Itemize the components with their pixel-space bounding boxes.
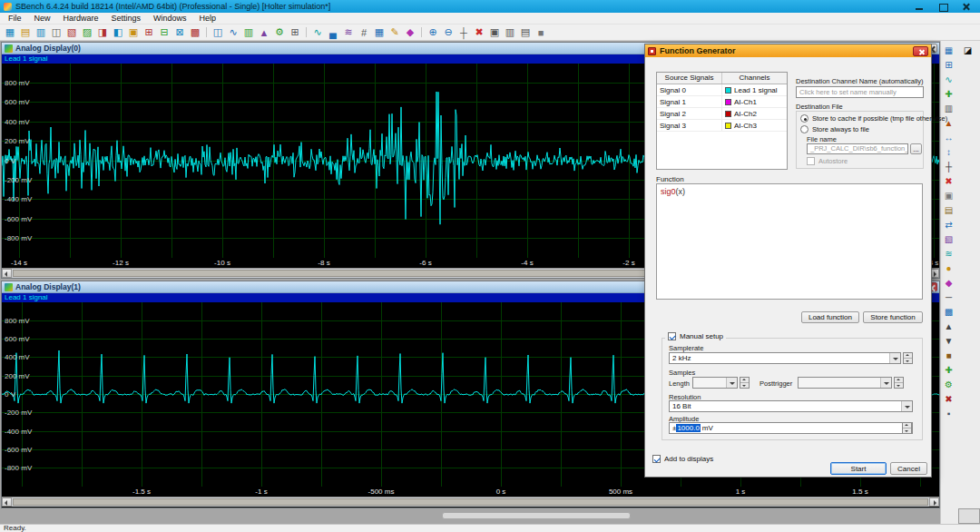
zoom-out-icon[interactable]: ⊖ [441, 25, 456, 39]
menu-item[interactable]: Settings [105, 13, 148, 25]
crosshair-icon[interactable]: ┼ [942, 160, 956, 172]
function-editor[interactable]: sig0(x) [656, 183, 923, 300]
menu-item[interactable]: File [2, 13, 28, 25]
gear-icon[interactable]: ⚙ [942, 378, 956, 390]
card-star-icon[interactable]: ▤ [18, 25, 33, 39]
store-function-button[interactable]: Store function [863, 311, 923, 323]
store-always-radio[interactable] [800, 125, 808, 133]
snapshot-icon[interactable]: ▣ [942, 189, 956, 202]
scroll-left-arrow[interactable] [2, 269, 12, 278]
scroll-down-icon[interactable]: ▼ [942, 334, 956, 347]
marker-icon[interactable]: ◆ [942, 276, 956, 289]
card-info-icon[interactable]: ▦ [3, 25, 17, 39]
settings-gear-icon[interactable]: ⚙ [272, 25, 287, 39]
digital-display-icon[interactable]: ▥ [241, 25, 256, 39]
app-titlebar[interactable]: SBench 6.4.24 build 18214 (Intel/AMD 64b… [0, 0, 980, 13]
display-grid-icon[interactable]: ⊞ [942, 58, 956, 71]
rows-icon[interactable]: ▤ [518, 25, 533, 39]
start-button[interactable]: Start [830, 462, 887, 475]
move-icon[interactable]: ⇄ [942, 218, 956, 231]
grid-display-icon[interactable]: ▦ [372, 25, 387, 39]
signal-row[interactable]: Signal 1 AI-Ch1 [657, 96, 787, 108]
scroll-left-arrow[interactable] [2, 498, 12, 507]
io-card-icon[interactable]: ◧ [111, 25, 125, 39]
autostore-checkbox[interactable] [807, 157, 815, 165]
close-all-icon[interactable]: ✖ [942, 392, 956, 405]
add-to-displays-row[interactable]: Add to displays [652, 455, 713, 463]
sync-card-icon[interactable]: ⊟ [157, 25, 172, 39]
calculation-icon[interactable]: # [357, 25, 371, 39]
lock-icon[interactable]: ■ [942, 349, 956, 361]
generator-card-icon[interactable]: ◨ [95, 25, 110, 39]
dialog-titlebar[interactable]: Function Generator [645, 44, 931, 57]
posttrigger-combo[interactable] [798, 377, 892, 389]
scroll-up-icon[interactable]: ▲ [942, 320, 956, 332]
measure-icon[interactable]: ≋ [942, 247, 956, 260]
browse-button[interactable]: ... [910, 143, 922, 154]
minimize-button[interactable] [913, 2, 926, 12]
input-card-icon[interactable]: ◫ [49, 25, 64, 39]
signal-row[interactable]: Signal 2 AI-Ch2 [657, 108, 787, 120]
export-card-icon[interactable]: ⊠ [172, 25, 187, 39]
samplerate-combo[interactable]: 2 kHz [669, 352, 901, 364]
chevron-down-icon[interactable] [901, 401, 912, 411]
resolution-combo[interactable]: 16 Bit [669, 400, 913, 412]
signal-wave-icon[interactable]: ∿ [310, 25, 325, 39]
samplerate-spinner[interactable] [903, 352, 913, 364]
import-card-icon[interactable]: ▩ [188, 25, 202, 39]
length-combo[interactable] [692, 377, 738, 389]
marker-icon[interactable]: ◆ [403, 25, 417, 39]
signal-row[interactable]: Signal 0 Lead 1 signal [657, 84, 787, 96]
histogram-icon[interactable]: ▄ [326, 25, 340, 39]
length-spinner[interactable] [740, 377, 750, 389]
amplitude-input[interactable]: ±1000.0mV [669, 422, 913, 434]
store-always-radio-row[interactable]: Store always to file [800, 125, 869, 133]
mdi-scroll-thumb[interactable] [442, 512, 631, 519]
signal-row[interactable]: Signal 3 AI-Ch3 [657, 120, 787, 132]
posttrigger-spinner[interactable] [894, 377, 904, 389]
chevron-down-icon[interactable] [880, 378, 891, 388]
menu-item[interactable]: Help [193, 13, 223, 25]
store-to-cache-radio-row[interactable]: Store to cache if possible (tmp file oth… [800, 114, 947, 123]
new-display-icon[interactable]: ◫ [211, 25, 225, 39]
scroll-thumb[interactable] [13, 498, 928, 506]
delete-icon[interactable]: ✖ [472, 25, 486, 39]
maximize-button[interactable] [936, 2, 949, 12]
clock-icon[interactable]: ● [942, 261, 956, 274]
columns-icon[interactable]: ▥ [503, 25, 517, 39]
layers-icon[interactable]: ▧ [942, 232, 956, 245]
zoom-x-icon[interactable]: ↔ [942, 131, 956, 143]
trigger-card-icon[interactable]: ⊞ [142, 25, 156, 39]
amplitude-spinner[interactable] [902, 422, 912, 434]
card-list-icon[interactable]: ▥ [34, 25, 48, 39]
dialog-close-button[interactable] [913, 46, 928, 56]
info-icon[interactable]: ▪ [942, 407, 956, 419]
wave-icon[interactable]: ∿ [942, 73, 956, 85]
destination-name-input[interactable]: Click here to set name manually [796, 86, 924, 98]
chevron-down-icon[interactable] [889, 353, 900, 363]
pin-panel-icon[interactable]: ◪ [961, 44, 975, 56]
chevron-down-icon[interactable] [726, 378, 737, 388]
spectrum-display-icon[interactable]: ▲ [257, 25, 271, 39]
load-function-button[interactable]: Load function [801, 311, 859, 323]
card-icon[interactable]: ▦ [942, 44, 956, 56]
menu-item[interactable]: Hardware [57, 13, 105, 25]
menu-item[interactable]: New [28, 13, 57, 25]
baseline-icon[interactable]: ─ [942, 291, 956, 303]
clock-card-icon[interactable]: ▣ [126, 25, 141, 39]
layout-icon[interactable]: ⊞ [288, 25, 302, 39]
delete-display-icon[interactable]: ✖ [942, 174, 956, 187]
export-icon[interactable]: ▤ [942, 203, 956, 216]
horizontal-scrollbar[interactable] [2, 497, 939, 507]
scroll-right-arrow[interactable] [929, 498, 939, 507]
snapshot-icon[interactable]: ▣ [487, 25, 502, 39]
close-button[interactable] [960, 2, 973, 12]
zoom-y-icon[interactable]: ↕ [942, 145, 956, 158]
analog-card-icon[interactable]: ▧ [64, 25, 79, 39]
manual-setup-checkbox[interactable] [668, 332, 676, 340]
zoom-in-icon[interactable]: ⊕ [426, 25, 440, 39]
cancel-button[interactable]: Cancel [890, 462, 927, 475]
fft-icon[interactable]: ≋ [341, 25, 356, 39]
analog-display-icon[interactable]: ∿ [226, 25, 240, 39]
menu-item[interactable]: Windows [147, 13, 193, 25]
